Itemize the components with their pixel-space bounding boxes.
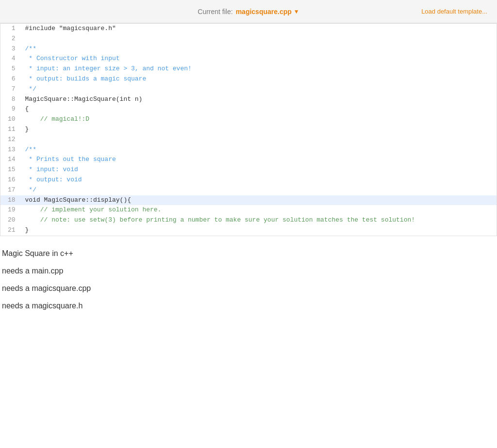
line-number: 9 [0,104,21,114]
bottom-info-line: needs a main.cpp [2,263,495,279]
line-number: 10 [0,114,21,125]
line-number: 19 [0,205,21,215]
header-bar: Current file: magicsquare.cpp ▼ Load def… [0,0,497,23]
line-number: 21 [0,225,21,236]
current-file-name: magicsquare.cpp [236,8,292,16]
line-number: 3 [0,44,21,54]
line-content: * output: builds a magic square [21,74,497,84]
line-number: 11 [0,125,21,135]
line-content: */ [21,84,497,95]
line-number: 5 [0,64,21,74]
line-number: 17 [0,185,21,195]
line-number: 8 [0,95,21,105]
code-editor[interactable]: 1#include "magicsquare.h"23/**4 * Constr… [0,23,497,236]
line-number: 16 [0,175,21,185]
line-content: #include "magicsquare.h" [21,24,497,34]
line-content: } [21,225,497,236]
line-number: 2 [0,34,21,44]
current-file-label: Current file: [198,8,232,16]
line-content: * Prints out the square [21,155,497,165]
line-content: */ [21,185,497,195]
line-number: 20 [0,215,21,225]
line-number: 14 [0,155,21,165]
line-content: // implement your solution here. [21,205,497,215]
bottom-info-line: needs a magicsquare.h [2,298,495,314]
file-dropdown-arrow[interactable]: ▼ [294,8,299,15]
line-content: void MagicSquare::display(){ [21,195,497,206]
line-content: { [21,104,497,114]
code-table: 1#include "magicsquare.h"23/**4 * Constr… [0,24,497,236]
line-content [21,135,497,145]
line-number: 18 [0,195,21,206]
bottom-info-line: Magic Square in c++ [2,246,495,261]
bottom-info: Magic Square in c++needs a main.cppneeds… [0,236,497,325]
line-content: * output: void [21,175,497,185]
line-content: } [21,125,497,135]
line-number: 12 [0,135,21,145]
line-content: /** [21,145,497,155]
line-content: * input: void [21,165,497,175]
line-content: MagicSquare::MagicSquare(int n) [21,95,497,105]
line-number: 13 [0,145,21,155]
line-number: 4 [0,54,21,64]
line-content: * Constructor with input [21,54,497,64]
line-number: 15 [0,165,21,175]
line-number: 6 [0,74,21,84]
line-content: // magical!:D [21,114,497,125]
line-content: /** [21,44,497,54]
bottom-info-line: needs a magicsquare.cpp [2,281,495,296]
line-number: 7 [0,84,21,95]
line-content [21,34,497,44]
line-content: // note: use setw(3) before printing a n… [21,215,497,225]
load-template-button[interactable]: Load default template... [421,8,487,15]
line-content: * input: an integer size > 3, and not ev… [21,64,497,74]
line-number: 1 [0,24,21,34]
